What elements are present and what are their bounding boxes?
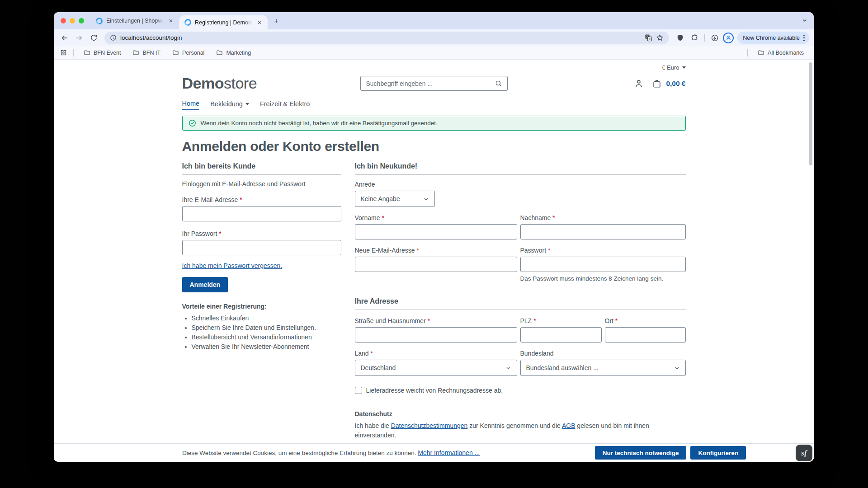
new-chrome-available-button[interactable]: New Chrome available (737, 32, 809, 44)
required-asterisk: * (416, 247, 419, 254)
cookie-accept-technical-button[interactable]: Nur technisch notwendige (595, 446, 687, 460)
shopping-bag-icon (652, 79, 662, 89)
country-select[interactable]: Deutschland (355, 360, 517, 376)
zip-label: PLZ * (520, 317, 602, 324)
close-tab-icon[interactable]: × (256, 19, 263, 26)
first-name-input[interactable] (355, 224, 517, 239)
register-email-input[interactable] (355, 257, 517, 272)
state-select[interactable]: Bundesland auswählen ... (520, 360, 686, 376)
bookmark-label: Personal (182, 50, 204, 56)
nav-leisure[interactable]: Freizeit & Elektro (260, 100, 310, 110)
tab-registration[interactable]: Registrierung | Demostore × (179, 15, 268, 29)
required-asterisk: * (548, 247, 550, 254)
tab-shopware-admin[interactable]: Einstellungen | Shopware Adm × (90, 12, 179, 29)
shipping-address-checkbox-label: Lieferadresse weicht von Rechnungsadress… (366, 387, 503, 394)
url-text[interactable]: localhost/account/login (120, 34, 641, 41)
salutation-value: Keine Angabe (361, 195, 400, 202)
search-input[interactable] (361, 80, 490, 87)
benefit-item: Schnelles Einkaufen (192, 314, 341, 322)
benefit-item: Verwalten Sie Ihr Newsletter-Abonnement (192, 343, 341, 350)
folder-icon (216, 49, 223, 56)
all-bookmarks-button[interactable]: All Bookmarks (754, 49, 807, 56)
zip-input[interactable] (520, 327, 602, 343)
energy-saver-icon[interactable] (708, 32, 721, 44)
bookmark-folder-marketing[interactable]: Marketing (212, 49, 255, 56)
password-helper-text: Das Passwort muss mindestens 8 Zeichen l… (520, 275, 686, 282)
city-label: Ort * (605, 317, 686, 324)
minimize-window-button[interactable] (70, 18, 75, 23)
login-password-label: Ihr Passwort * (182, 230, 341, 237)
back-button[interactable] (58, 32, 71, 44)
privacy-policy-link[interactable]: Datenschutzbestimmungen (391, 422, 468, 429)
currency-dropdown[interactable]: € Euro (662, 64, 685, 71)
nav-home[interactable]: Home (182, 100, 200, 110)
salutation-label: Anrede (355, 181, 686, 188)
symfony-profiler-badge[interactable]: sf (796, 445, 812, 461)
close-window-button[interactable] (61, 18, 66, 23)
benefits-title: Vorteile einer Registrierung: (182, 303, 341, 310)
new-tab-button[interactable]: + (270, 15, 282, 27)
benefits-list: Schnelles Einkaufen Speichern Sie Ihre D… (192, 314, 341, 350)
profile-avatar[interactable] (723, 33, 734, 43)
adblock-shield-icon[interactable] (674, 32, 686, 44)
account-icon[interactable] (634, 79, 644, 89)
bookmarks-divider (73, 49, 74, 56)
extensions-puzzle-icon[interactable] (688, 32, 701, 44)
chrome-menu-icon[interactable] (803, 35, 805, 41)
nav-clothing[interactable]: Bekleidung (210, 100, 249, 110)
address-section-heading: Ihre Adresse (355, 297, 686, 310)
required-asterisk: * (615, 317, 618, 324)
forgot-password-link[interactable]: Ich habe mein Passwort vergessen. (182, 262, 283, 269)
login-submit-button[interactable]: Anmelden (182, 277, 228, 292)
last-name-input[interactable] (520, 224, 686, 239)
shipping-address-checkbox[interactable] (355, 387, 362, 394)
zoom-window-button[interactable] (79, 18, 84, 23)
bookmark-label: Marketing (226, 50, 251, 56)
bookmark-folder-personal[interactable]: Personal (169, 49, 208, 56)
terms-link[interactable]: AGB (562, 422, 576, 429)
bookmark-folder-bfn-it[interactable]: BFN IT (129, 49, 164, 56)
page-scrollbar[interactable] (809, 62, 812, 165)
new-chrome-label: New Chrome available (743, 35, 800, 41)
bookmark-folder-bfn-event[interactable]: BFN Event (80, 49, 124, 56)
toolbar-divider (704, 34, 705, 42)
state-value: Bundesland auswählen ... (526, 364, 599, 371)
chevron-down-icon (245, 103, 249, 105)
reload-button[interactable] (87, 32, 100, 44)
apps-grid-icon[interactable] (60, 49, 67, 56)
login-password-input[interactable] (182, 240, 341, 255)
street-input[interactable] (355, 327, 517, 343)
login-email-input[interactable] (182, 206, 341, 221)
salutation-select[interactable]: Keine Angabe (355, 191, 435, 207)
cookie-more-info-link[interactable]: Mehr Informationen ... (418, 449, 480, 456)
required-asterisk: * (533, 317, 536, 324)
translate-icon[interactable] (645, 34, 652, 42)
site-info-icon[interactable] (110, 34, 117, 41)
chevron-down-icon (682, 66, 686, 69)
city-input[interactable] (605, 327, 686, 343)
bookmarks-divider (747, 49, 748, 56)
register-password-label: Passwort * (520, 247, 686, 254)
state-label: Bundesland (520, 350, 686, 357)
last-name-label: Nachname * (520, 214, 686, 221)
chevron-down-icon (423, 196, 429, 202)
required-asterisk: * (371, 350, 373, 357)
shop-logo[interactable]: Demostore (182, 75, 360, 92)
tab-search-chevron-icon[interactable] (802, 18, 807, 23)
required-asterisk: * (552, 214, 555, 221)
search-icon[interactable] (490, 80, 507, 88)
benefit-item: Speichern Sie Ihre Daten und Einstellung… (192, 324, 341, 331)
country-label: Land * (355, 350, 517, 357)
cart-button[interactable]: 0,00 € (652, 79, 685, 89)
folder-icon (172, 49, 179, 56)
close-tab-icon[interactable]: × (167, 17, 175, 24)
first-name-label: Vorname * (355, 214, 517, 221)
alert-text: Wenn dein Konto noch nicht bestätigt ist… (201, 120, 438, 127)
folder-icon (132, 49, 139, 56)
forward-button[interactable] (73, 32, 85, 44)
cookie-configure-button[interactable]: Konfigurieren (690, 446, 746, 460)
register-password-input[interactable] (520, 257, 686, 272)
address-bar[interactable]: localhost/account/login (104, 32, 669, 44)
search-box (360, 76, 508, 91)
bookmark-star-icon[interactable] (656, 34, 664, 42)
